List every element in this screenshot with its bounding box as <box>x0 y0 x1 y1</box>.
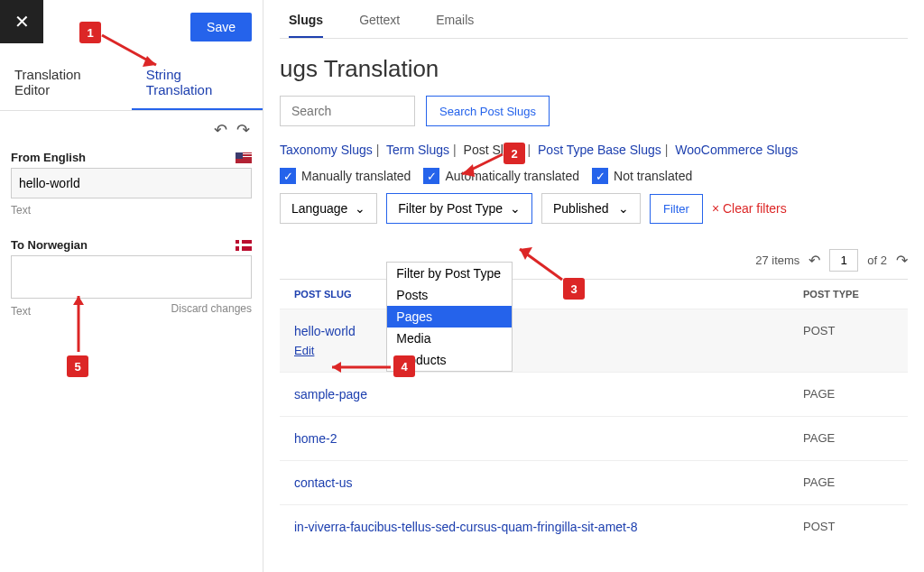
from-language-input[interactable] <box>11 168 252 198</box>
close-icon: ✕ <box>14 11 30 32</box>
manually-translated-checkbox[interactable]: ✓Manually translated <box>280 168 411 184</box>
to-language-block: To Norwegian Text Discard changes <box>0 233 263 322</box>
undo-redo-bar: ↶ ↷ <box>0 111 263 145</box>
post-type-cell: PAGE <box>803 431 893 446</box>
to-language-label: To Norwegian <box>11 238 88 252</box>
undo-icon[interactable]: ↶ <box>214 120 227 140</box>
from-language-block: From English Text <box>0 145 263 220</box>
table-row: hello-world Edit POST <box>280 309 908 372</box>
annotation-badge-4: 4 <box>393 355 415 377</box>
tab-string-translation[interactable]: String Translation <box>132 56 263 110</box>
taxonomy-slugs-link[interactable]: Taxonomy Slugs <box>280 143 373 157</box>
sidebar-tabs: Translation Editor String Translation <box>0 56 263 111</box>
tab-translation-editor[interactable]: Translation Editor <box>0 56 132 110</box>
redo-icon[interactable]: ↷ <box>236 120 250 140</box>
tab-emails[interactable]: Emails <box>436 13 474 38</box>
page-title: ugs Translation <box>280 55 908 83</box>
annotation-badge-3: 3 <box>563 278 585 300</box>
filter-controls-row: Language ⌄ Filter by Post Type ⌄ Filter … <box>280 193 908 224</box>
to-language-input[interactable] <box>11 255 252 299</box>
not-translated-checkbox[interactable]: ✓Not translated <box>592 168 692 184</box>
chevron-down-icon: ⌄ <box>618 201 629 216</box>
slug-link[interactable]: contact-us <box>294 475 353 490</box>
tab-slugs[interactable]: Slugs <box>289 13 323 38</box>
col-post-type: POST TYPE <box>803 289 893 300</box>
woocommerce-slugs-link[interactable]: WooCommerce Slugs <box>675 143 798 157</box>
chevron-down-icon: ⌄ <box>510 201 521 216</box>
table-row: contact-us PAGE <box>280 460 908 504</box>
dropdown-option-pages[interactable]: Pages <box>387 306 512 328</box>
post-type-cell: PAGE <box>803 475 893 490</box>
search-post-slugs-button[interactable]: Search Post Slugs <box>426 96 550 126</box>
slug-link[interactable]: in-viverra-faucibus-tellus-sed-cursus-qu… <box>294 520 637 534</box>
annotation-badge-2: 2 <box>504 143 525 164</box>
search-row: Search Post Slugs <box>280 96 908 126</box>
table-row: in-viverra-faucibus-tellus-sed-cursus-qu… <box>280 504 908 549</box>
sidebar: ✕ Save Translation Editor String Transla… <box>0 0 263 572</box>
dropdown-option-posts[interactable]: Posts <box>387 284 512 306</box>
pagination: 27 items ↶ of 2 ↷ <box>280 249 908 272</box>
main-content: Slugs Gettext Emails ugs Translation Sea… <box>263 0 924 572</box>
flag-us-icon <box>236 152 252 163</box>
post-type-select[interactable]: Filter by Post Type ⌄ <box>386 193 532 224</box>
status-select[interactable]: Published ⌄ <box>541 193 641 224</box>
close-button[interactable]: ✕ <box>0 0 43 43</box>
page-total: of 2 <box>867 254 887 267</box>
slug-type-nav: Taxonomy Slugs| Term Slugs| Post Slugs| … <box>280 143 908 157</box>
filter-button[interactable]: Filter <box>650 194 703 224</box>
dropdown-option-filter[interactable]: Filter by Post Type <box>387 263 512 284</box>
search-input[interactable] <box>280 96 415 126</box>
term-slugs-link[interactable]: Term Slugs <box>386 143 449 157</box>
save-button[interactable]: Save <box>190 13 252 42</box>
slug-link[interactable]: home-2 <box>294 431 337 446</box>
slug-link[interactable]: sample-page <box>294 387 367 401</box>
table-header: POST SLUG POST TYPE <box>280 280 908 309</box>
post-type-cell: POST <box>803 324 893 357</box>
slug-table: POST SLUG POST TYPE hello-world Edit POS… <box>280 279 908 549</box>
annotation-badge-1: 1 <box>79 22 101 43</box>
from-type-label: Text <box>11 204 252 217</box>
prev-page-icon[interactable]: ↶ <box>808 252 820 269</box>
post-type-cell: PAGE <box>803 387 893 401</box>
clear-filters-link[interactable]: × Clear filters <box>712 201 787 216</box>
flag-no-icon <box>236 240 252 251</box>
page-number-input[interactable] <box>829 249 858 272</box>
slug-link[interactable]: hello-world <box>294 324 356 338</box>
edit-link[interactable]: Edit <box>294 344 803 357</box>
from-language-label: From English <box>11 151 86 164</box>
close-x-icon: × <box>712 201 719 216</box>
post-type-base-slugs-link[interactable]: Post Type Base Slugs <box>538 143 661 157</box>
chevron-down-icon: ⌄ <box>355 201 365 216</box>
tab-gettext[interactable]: Gettext <box>359 13 400 38</box>
table-row: sample-page PAGE <box>280 372 908 416</box>
to-type-label: Text <box>11 305 31 318</box>
col-post-slug[interactable]: POST SLUG <box>294 289 803 300</box>
table-row: home-2 PAGE <box>280 416 908 460</box>
post-type-cell: POST <box>803 520 893 534</box>
next-page-icon[interactable]: ↷ <box>896 252 908 269</box>
top-tabs: Slugs Gettext Emails <box>280 0 908 39</box>
annotation-badge-5: 5 <box>67 355 88 377</box>
translation-status-filters: ✓Manually translated ✓Automatically tran… <box>280 168 908 184</box>
language-select[interactable]: Language ⌄ <box>280 193 377 224</box>
dropdown-option-media[interactable]: Media <box>387 328 512 349</box>
automatically-translated-checkbox[interactable]: ✓Automatically translated <box>423 168 579 184</box>
items-count: 27 items <box>755 254 799 267</box>
discard-changes-link[interactable]: Discard changes <box>171 302 252 315</box>
